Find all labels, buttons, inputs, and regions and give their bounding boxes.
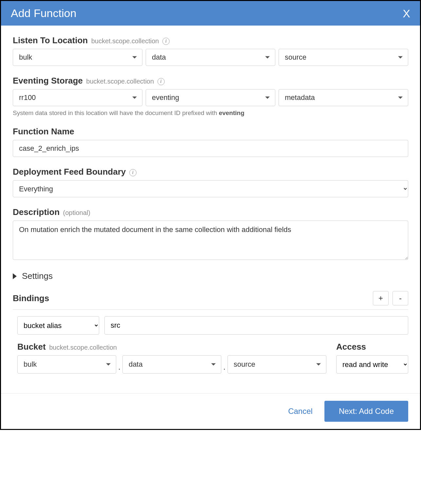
eventing-storage-selects: rr100 eventing metadata	[13, 89, 408, 106]
listen-location-label-row: Listen To Location bucket.scope.collecti…	[13, 35, 408, 46]
chevron-down-icon	[211, 363, 216, 366]
binding-bucket-label: Bucket	[17, 342, 46, 352]
storage-bucket-select[interactable]: rr100	[13, 89, 142, 106]
add-function-modal: Add Function X Listen To Location bucket…	[0, 0, 421, 430]
binding-bucket-label-row: Bucket bucket.scope.collection	[17, 342, 326, 352]
chevron-down-icon	[265, 56, 270, 59]
eventing-storage-label: Eventing Storage	[13, 76, 83, 86]
eventing-storage-section: Eventing Storage bucket.scope.collection…	[13, 76, 408, 117]
description-label-row: Description (optional)	[13, 207, 408, 217]
cancel-button[interactable]: Cancel	[288, 407, 313, 416]
chevron-down-icon	[398, 56, 403, 59]
binding-access-select[interactable]: read and write	[336, 355, 408, 374]
remove-binding-button[interactable]: -	[393, 291, 408, 305]
dot-separator: .	[118, 362, 121, 374]
binding-alias-row: bucket alias	[13, 316, 408, 335]
storage-help-strong: eventing	[219, 109, 244, 116]
binding-collection-select[interactable]: source	[228, 355, 326, 374]
binding-alias-input[interactable]	[104, 316, 408, 335]
info-icon[interactable]: i	[129, 169, 137, 176]
chevron-down-icon	[132, 56, 137, 59]
binding-bucket-select[interactable]: bulk	[17, 355, 116, 374]
description-textarea[interactable]	[13, 221, 408, 260]
storage-help-text: System data stored in this location will…	[13, 109, 408, 117]
binding-bucket-column: Bucket bucket.scope.collection bulk . da…	[17, 342, 326, 374]
listen-location-label: Listen To Location	[13, 35, 88, 45]
modal-body: Listen To Location bucket.scope.collecti…	[1, 26, 420, 377]
chevron-down-icon	[132, 97, 137, 99]
close-icon[interactable]: X	[403, 8, 410, 19]
function-name-label: Function Name	[13, 126, 74, 136]
add-binding-button[interactable]: +	[373, 291, 389, 305]
chevron-down-icon	[316, 363, 321, 366]
listen-bucket-select[interactable]: bulk	[13, 49, 142, 66]
bindings-header: Bindings + -	[13, 291, 408, 310]
listen-collection-value: source	[285, 53, 306, 62]
dot-separator: .	[223, 362, 226, 374]
storage-collection-value: metadata	[285, 93, 315, 102]
eventing-storage-hint: bucket.scope.collection	[86, 78, 154, 85]
bindings-buttons: + -	[373, 291, 408, 305]
listen-location-hint: bucket.scope.collection	[91, 37, 159, 45]
description-section: Description (optional)	[13, 207, 408, 261]
storage-collection-select[interactable]: metadata	[279, 89, 408, 106]
listen-collection-select[interactable]: source	[279, 49, 408, 66]
function-name-section: Function Name	[13, 126, 408, 157]
binding-access-label-row: Access	[336, 342, 408, 352]
next-add-code-button[interactable]: Next: Add Code	[324, 401, 408, 422]
modal-header: Add Function X	[1, 1, 420, 26]
modal-footer: Cancel Next: Add Code	[1, 393, 420, 429]
settings-toggle[interactable]: Settings	[13, 271, 408, 281]
listen-scope-select[interactable]: data	[146, 49, 275, 66]
modal-title: Add Function	[11, 7, 76, 20]
listen-location-selects: bulk data source	[13, 49, 408, 66]
chevron-down-icon	[106, 363, 111, 366]
caret-right-icon	[13, 273, 17, 279]
storage-scope-select[interactable]: eventing	[146, 89, 275, 106]
binding-collection-value: source	[234, 360, 255, 369]
storage-bucket-value: rr100	[19, 93, 36, 102]
binding-bucket-hint: bucket.scope.collection	[49, 344, 117, 351]
binding-scope-value: data	[129, 360, 143, 369]
settings-label: Settings	[22, 271, 53, 281]
binding-type-select[interactable]: bucket alias	[17, 316, 99, 335]
chevron-down-icon	[265, 97, 270, 99]
bindings-label: Bindings	[13, 293, 49, 303]
binding-access-column: Access read and write	[336, 342, 408, 374]
deployment-boundary-label: Deployment Feed Boundary	[13, 167, 126, 177]
deployment-boundary-label-row: Deployment Feed Boundary i	[13, 167, 408, 177]
listen-location-section: Listen To Location bucket.scope.collecti…	[13, 35, 408, 66]
listen-bucket-value: bulk	[19, 53, 32, 62]
info-icon[interactable]: i	[162, 38, 170, 45]
info-icon[interactable]: i	[157, 78, 165, 85]
description-label: Description	[13, 207, 60, 217]
description-optional: (optional)	[63, 209, 90, 216]
storage-scope-value: eventing	[152, 93, 179, 102]
eventing-storage-label-row: Eventing Storage bucket.scope.collection…	[13, 76, 408, 86]
deployment-boundary-section: Deployment Feed Boundary i Everything	[13, 167, 408, 197]
deployment-boundary-select[interactable]: Everything	[13, 180, 408, 197]
storage-help-prefix: System data stored in this location will…	[13, 109, 219, 116]
function-name-label-row: Function Name	[13, 126, 408, 137]
binding-bucket-value: bulk	[24, 360, 37, 369]
binding-bucket-selects: bulk . data . source	[17, 355, 326, 374]
bindings-section: Bindings + - bucket alias Bucket bucket.…	[13, 291, 408, 374]
binding-access-label: Access	[336, 342, 366, 352]
function-name-input[interactable]	[13, 140, 408, 157]
listen-scope-value: data	[152, 53, 166, 62]
chevron-down-icon	[398, 97, 403, 99]
binding-scope-select[interactable]: data	[122, 355, 221, 374]
binding-bucket-row: Bucket bucket.scope.collection bulk . da…	[13, 342, 408, 374]
